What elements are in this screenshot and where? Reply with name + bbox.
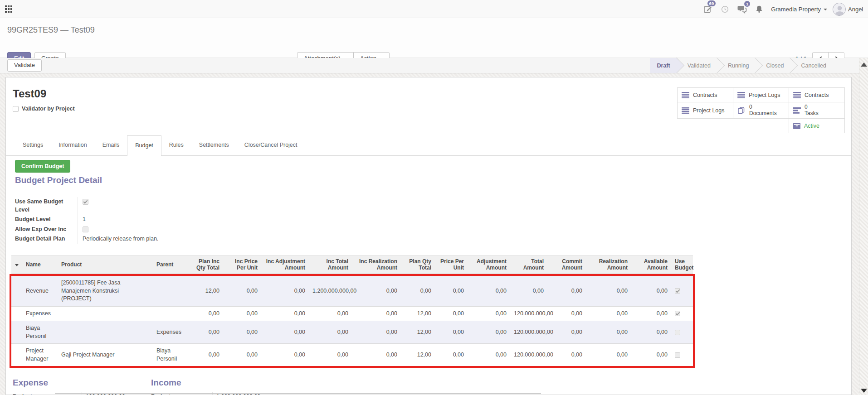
table-row[interactable]: Revenue [2500011785] Fee Jasa Manajemen … (11, 276, 693, 306)
column-header[interactable]: Available Amount (631, 255, 671, 274)
bars-icon (682, 107, 689, 114)
bars-icon (682, 92, 689, 98)
use-budget-checkbox[interactable] (675, 288, 680, 294)
column-header[interactable]: Price Per Unit (435, 255, 468, 274)
tab-information[interactable]: Information (51, 136, 95, 156)
cell-amount: 0,00 (547, 276, 586, 306)
tasks-button[interactable]: 0Tasks (789, 102, 845, 119)
cell-amount: 0,00 (631, 276, 671, 306)
bottom-separator (55, 393, 541, 394)
bars-icon (793, 92, 801, 98)
column-header[interactable]: Adjustment Amount (468, 255, 510, 274)
cell-amount: 0,00 (352, 306, 401, 321)
cell-amount: 0,00 (510, 276, 547, 306)
stat-button-count: 0 (805, 104, 819, 111)
cell-amount: 0,00 (223, 306, 261, 321)
column-header[interactable]: Parent (153, 255, 187, 274)
form-sheet: Contracts Project Logs Contracts Project… (5, 77, 852, 395)
stat-button-count: 0 (749, 104, 777, 111)
tab-close-cancel-project[interactable]: Close/Cancel Project (237, 136, 305, 156)
control-panel: 99GR25TES9 — Test09 Edit Create Attachme… (0, 18, 868, 58)
cell-amount: 0,00 (435, 321, 468, 344)
use-same-budget-level-checkbox[interactable] (83, 199, 88, 205)
table-row[interactable]: Project Manager Gaji Project Manager Bia… (11, 344, 693, 366)
stat-button-label: Active (804, 123, 819, 129)
table-row[interactable]: Biaya Personil Expenses 0,00 0,00 0,00 0… (11, 321, 693, 344)
column-header[interactable]: Commit Amount (547, 255, 586, 274)
messages-icon[interactable]: 1 (737, 5, 747, 14)
column-header[interactable]: Plan Inc Qty Total (187, 255, 223, 274)
cell-amount: 0,00 (352, 321, 401, 344)
column-header[interactable]: Inc Total Amount (309, 255, 352, 274)
column-header[interactable]: Product (58, 255, 153, 274)
allow-exp-over-inc-checkbox[interactable] (83, 226, 88, 232)
project-logs-button[interactable]: Project Logs (677, 102, 733, 119)
documents-button[interactable]: 0Documents (733, 102, 789, 119)
cell-product: Gaji Project Manager (58, 344, 153, 366)
cell-amount: 0,00 (468, 321, 510, 344)
tab-budget[interactable]: Budget (127, 135, 161, 156)
task-bars-icon (793, 107, 801, 114)
table-row[interactable]: Expenses 0,00 0,00 0,00 0,00 0,00 12,00 … (11, 306, 693, 321)
user-name[interactable]: Angel (848, 6, 868, 13)
cell-amount: 0,00 (631, 306, 671, 321)
column-header[interactable]: Inc Adjustment Amount (261, 255, 309, 274)
stat-button-label: Tasks (805, 111, 819, 117)
compose-icon[interactable]: 69 (703, 5, 712, 14)
tab-settings[interactable]: Settings (15, 136, 51, 156)
project-logs-button[interactable]: Project Logs (733, 87, 789, 102)
contracts-button[interactable]: Contracts (677, 87, 733, 102)
activity-clock-icon[interactable] (721, 5, 729, 14)
row-toggle-cell (11, 306, 22, 321)
cell-amount: 1.200.000.000,00 (309, 276, 352, 306)
column-header[interactable]: Inc Price Per Unit (223, 255, 261, 274)
validate-button[interactable]: Validate (7, 59, 42, 72)
stat-buttons: Contracts Project Logs Contracts Project… (677, 87, 845, 133)
use-budget-checkbox[interactable] (675, 311, 680, 316)
scroll-down-arrow-icon[interactable] (861, 389, 867, 393)
copy-pages-icon (737, 107, 746, 114)
use-budget-checkbox[interactable] (675, 330, 680, 335)
cell-amount: 12,00 (187, 276, 223, 306)
scroll-up-arrow-icon[interactable] (861, 63, 867, 67)
column-header[interactable]: Realization Amount (586, 255, 631, 274)
column-header[interactable]: Use Budget (671, 255, 693, 274)
cell-product: [2500011785] Fee Jasa Manajemen Konstruk… (58, 276, 153, 306)
vertical-scrollbar[interactable] (859, 58, 868, 395)
use-budget-checkbox[interactable] (675, 352, 680, 358)
column-header[interactable]: Name (22, 255, 58, 274)
avatar[interactable] (833, 3, 846, 16)
apps-menu-icon[interactable] (5, 5, 12, 14)
stat-button-label: Project Logs (693, 107, 724, 114)
budget-table-body: Revenue [2500011785] Fee Jasa Manajemen … (11, 276, 693, 366)
active-button[interactable]: Active (789, 118, 845, 133)
tab-settlements[interactable]: Settlements (191, 136, 237, 156)
tab-emails[interactable]: Emails (95, 136, 127, 156)
column-header[interactable]: Inc Realization Amount (352, 255, 401, 274)
cell-amount: 0,00 (468, 344, 510, 366)
validator-by-project-checkbox[interactable] (13, 106, 19, 112)
cell-amount: 0,00 (261, 276, 309, 306)
column-header[interactable]: Plan Qty Total (401, 255, 435, 274)
cell-parent (153, 306, 187, 321)
cell-amount: 0,00 (586, 276, 631, 306)
nav-right-cluster: 69 1 Gramedia Property (699, 0, 868, 18)
notifications-bell-icon[interactable] (755, 5, 763, 14)
expand-toggle[interactable] (11, 255, 22, 274)
row-toggle-cell (11, 321, 22, 344)
cell-name: Biaya Personil (22, 321, 58, 344)
cell-amount: 0,00 (401, 276, 435, 306)
row-toggle-cell (11, 276, 22, 306)
triangle-down-icon (15, 264, 19, 266)
company-switcher[interactable]: Gramedia Property (771, 6, 827, 13)
field-label: Budget Detail Plan (15, 234, 78, 244)
confirm-budget-button[interactable]: Confirm Budget (15, 160, 70, 173)
column-header[interactable]: Total Amount (510, 255, 547, 274)
highlighted-rows-box: Revenue [2500011785] Fee Jasa Manajemen … (10, 274, 695, 368)
breadcrumb[interactable]: 99GR25TES9 — Test09 (0, 18, 868, 35)
contracts-button[interactable]: Contracts (789, 87, 845, 102)
cell-amount: 0,00 (187, 306, 223, 321)
cell-name: Expenses (22, 306, 58, 321)
compose-badge: 69 (707, 0, 716, 6)
tab-rules[interactable]: Rules (161, 136, 191, 156)
